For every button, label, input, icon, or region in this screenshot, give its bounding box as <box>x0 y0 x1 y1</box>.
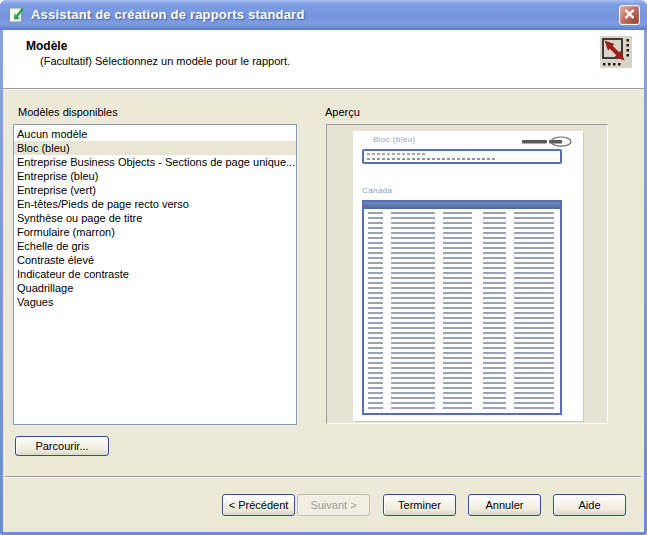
dialog-body: Modèle (Facultatif) Sélectionnez un modè… <box>3 30 644 532</box>
window-title: Assistant de création de rapports standa… <box>31 0 305 30</box>
preview-page: Bloc (bleu) Canada <box>353 131 583 421</box>
preview-header-box <box>362 149 562 164</box>
preview-table-rows <box>366 212 558 411</box>
step-title: Modèle <box>26 39 67 53</box>
preview-text-line <box>367 153 425 155</box>
list-item-selected[interactable]: Bloc (bleu) <box>14 141 296 155</box>
previous-button[interactable]: < Précédent <box>222 494 295 516</box>
close-icon <box>621 10 638 25</box>
list-item[interactable]: Indicateur de contraste <box>14 267 296 281</box>
list-item[interactable]: Aucun modèle <box>14 127 296 141</box>
list-item[interactable]: Entreprise Business Objects - Sections d… <box>14 155 296 169</box>
list-item[interactable]: En-têtes/Pieds de page recto verso <box>14 197 296 211</box>
list-item[interactable]: Quadrillage <box>14 281 296 295</box>
template-list[interactable]: Aucun modèle Bloc (bleu) Entreprise Busi… <box>13 124 297 425</box>
step-header: Modèle (Facultatif) Sélectionnez un modè… <box>3 30 644 88</box>
wizard-dialog: Assistant de création de rapports standa… <box>0 0 647 535</box>
business-objects-logo <box>521 134 573 147</box>
list-item[interactable]: Echelle de gris <box>14 239 296 253</box>
preview-table <box>362 200 562 415</box>
wizard-app-icon <box>8 6 26 24</box>
preview-report-title: Bloc (bleu) <box>373 135 416 144</box>
templates-label: Modèles disponibles <box>18 106 118 118</box>
list-item[interactable]: Entreprise (vert) <box>14 183 296 197</box>
list-item[interactable]: Vagues <box>14 295 296 309</box>
title-bar[interactable]: Assistant de création de rapports standa… <box>0 0 647 30</box>
preview-text-line <box>367 158 495 160</box>
list-item[interactable]: Entreprise (bleu) <box>14 169 296 183</box>
header-divider <box>3 88 644 90</box>
list-item[interactable]: Synthèse ou page de titre <box>14 211 296 225</box>
preview-label: Aperçu <box>325 106 360 118</box>
step-subtitle: (Facultatif) Sélectionnez un modèle pour… <box>40 55 290 67</box>
footer-divider <box>5 476 641 478</box>
preview-group-title: Canada <box>362 186 392 195</box>
preview-table-header <box>364 202 560 209</box>
finish-button[interactable]: Terminer <box>383 494 456 516</box>
browse-button[interactable]: Parcourir... <box>15 436 109 456</box>
close-button[interactable] <box>619 5 640 25</box>
help-button[interactable]: Aide <box>553 494 626 516</box>
next-button[interactable]: Suivant > <box>297 494 370 516</box>
list-item[interactable]: Contraste élevé <box>14 253 296 267</box>
template-step-icon <box>600 36 632 68</box>
cancel-button[interactable]: Annuler <box>468 494 541 516</box>
preview-panel: Bloc (bleu) Canada <box>326 124 608 424</box>
list-item[interactable]: Formulaire (marron) <box>14 225 296 239</box>
